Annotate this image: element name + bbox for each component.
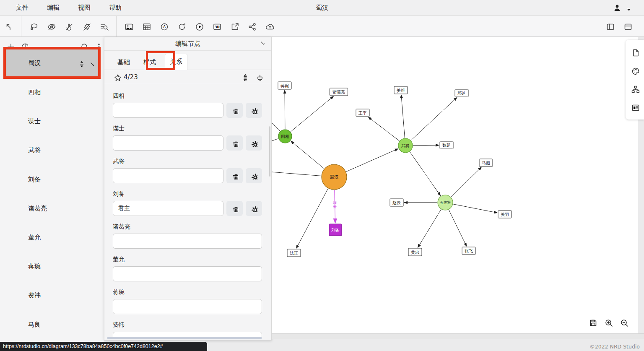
sidebar-item[interactable]: 马良	[0, 310, 104, 339]
cloud-up-button[interactable]	[261, 17, 278, 36]
graph-node-wuhujiang[interactable]: 五虎将	[438, 195, 453, 210]
sidebar-item-selected[interactable]: 蜀汉	[6, 49, 98, 76]
graph-node-dengzhi[interactable]: 邓芝	[455, 89, 468, 97]
node-label: 黄忠	[411, 250, 419, 255]
tab-样式[interactable]: 样式	[139, 55, 161, 70]
relation-input[interactable]	[113, 135, 223, 151]
tab-基础[interactable]: 基础	[113, 55, 135, 70]
graph-node-machao[interactable]: 马超	[479, 159, 493, 166]
graph-node-jiangwan[interactable]: 蒋琬	[278, 82, 291, 89]
palette-button[interactable]	[631, 66, 639, 75]
graph-node-shuhan[interactable]: 蜀汉	[322, 164, 347, 190]
sidebar-item[interactable]: 刘备	[0, 165, 104, 194]
play-button[interactable]	[190, 17, 208, 36]
relation-settings-button[interactable]	[246, 168, 262, 183]
table-icon	[142, 22, 151, 31]
page-title: 蜀汉	[0, 4, 644, 12]
user-menu[interactable]	[612, 3, 630, 12]
graph-node-wangping[interactable]: 王平	[356, 109, 369, 117]
diagram-canvas[interactable]: 君主 蒋琬诸葛亮姜维邓芝王平四相武将魏延马超蜀汉赵云五虎将关羽刘备法正黄忠张飞	[272, 37, 638, 333]
edit-node-panel: 编辑节点 基础样式关系 4/23 四相谋士武将刘备诸葛亮董允蒋琬费祎马良	[104, 37, 272, 341]
lasso-icon	[29, 22, 38, 31]
graph-node-huangzhong[interactable]: 黄忠	[408, 248, 422, 256]
sidebar-item[interactable]: 四相	[0, 78, 104, 107]
layout-left-button[interactable]	[601, 17, 619, 36]
relation-input[interactable]	[113, 266, 262, 281]
panel-scrollbar-horizontal[interactable]	[107, 337, 262, 339]
sitemap-button[interactable]	[631, 84, 639, 93]
graph-node-zhangfei[interactable]: 张飞	[462, 247, 475, 255]
relation-input[interactable]	[113, 299, 262, 314]
clear-relations-button[interactable]	[255, 73, 263, 81]
shape-off-button[interactable]	[78, 17, 95, 36]
sidebar-item[interactable]: 费祎	[0, 281, 104, 310]
graph-node-wujiang[interactable]: 武将	[398, 138, 413, 153]
reorder-handle[interactable]	[77, 59, 84, 67]
graph-edge	[346, 149, 398, 172]
graph-edge	[449, 210, 466, 246]
node-label: 法正	[290, 251, 298, 255]
sidebar-item[interactable]: 蒋琬	[0, 252, 104, 281]
sort-relations-button[interactable]	[240, 73, 248, 81]
graph-node-liubei[interactable]: 刘备	[329, 224, 342, 236]
canvas-scrollbar-horizontal[interactable]	[272, 333, 644, 339]
layout-top-button[interactable]	[619, 17, 636, 36]
star-icon[interactable]	[113, 73, 121, 81]
close-panel-button[interactable]	[259, 39, 265, 45]
node-label: 邓芝	[457, 91, 466, 96]
node-label: 五虎将	[440, 200, 451, 205]
page-button[interactable]	[631, 48, 639, 57]
graph-node-jiangwei[interactable]: 姜维	[394, 86, 408, 94]
relation-settings-button[interactable]	[246, 135, 262, 151]
save-button[interactable]	[588, 318, 597, 327]
layout-top-icon	[623, 22, 632, 31]
tab-关系[interactable]: 关系	[165, 54, 187, 70]
card-button[interactable]	[631, 103, 639, 112]
graph-node-guanyu[interactable]: 关羽	[498, 211, 512, 218]
card-icon	[631, 103, 639, 112]
delete-relation-button[interactable]	[226, 103, 243, 118]
relation-input[interactable]	[113, 234, 262, 249]
graph-node-fazheng[interactable]: 法正	[287, 249, 301, 257]
delete-relation-button[interactable]	[226, 201, 243, 216]
cube-3d-button[interactable]	[208, 17, 226, 36]
relation-settings-button[interactable]	[246, 201, 262, 216]
label-a-button[interactable]	[155, 17, 173, 36]
palette-icon	[631, 66, 639, 75]
zoom-in-button[interactable]	[604, 318, 613, 327]
graph-node-zhugeliang[interactable]: 诸葛亮	[330, 88, 348, 96]
zoom-out-button[interactable]	[619, 318, 628, 327]
zoom-out-icon	[619, 318, 628, 327]
graph-node-zhaoyun[interactable]: 赵云	[390, 199, 403, 206]
remove-item-button[interactable]	[88, 60, 94, 66]
undo-button[interactable]	[0, 17, 18, 36]
image-button[interactable]	[120, 17, 138, 36]
eye-off-button[interactable]	[42, 17, 60, 36]
share-button[interactable]	[243, 17, 261, 36]
table-button[interactable]	[138, 17, 155, 36]
relation-input[interactable]	[113, 201, 223, 216]
sidebar-item[interactable]: 武将	[0, 136, 104, 165]
panel-scrollbar-vertical[interactable]	[269, 126, 270, 177]
relation-input[interactable]	[113, 168, 223, 183]
external-icon	[230, 22, 239, 31]
refresh-button[interactable]	[173, 17, 190, 36]
lasso-button[interactable]	[25, 17, 42, 36]
sidebar-item[interactable]: 谋士	[0, 107, 104, 136]
node-label: 关羽	[501, 212, 509, 217]
graph-node-sixiang[interactable]: 四相	[278, 130, 292, 143]
graph-edge	[411, 97, 457, 140]
graph-node-weiyan[interactable]: 魏延	[440, 141, 453, 149]
external-button[interactable]	[226, 17, 243, 36]
sidebar-item[interactable]: 诸葛亮	[0, 194, 104, 223]
delete-relation-button[interactable]	[226, 168, 243, 183]
sidebar-item[interactable]: 董允	[0, 223, 104, 252]
relation-settings-button[interactable]	[246, 103, 262, 118]
relation-input[interactable]	[113, 103, 223, 118]
relation-input[interactable]	[113, 332, 262, 337]
delete-relation-button[interactable]	[226, 135, 243, 151]
field-label: 费祎	[113, 321, 262, 329]
plus-icon	[6, 42, 14, 50]
search-list-button[interactable]	[95, 17, 113, 36]
pointer-off-button[interactable]	[60, 17, 78, 36]
